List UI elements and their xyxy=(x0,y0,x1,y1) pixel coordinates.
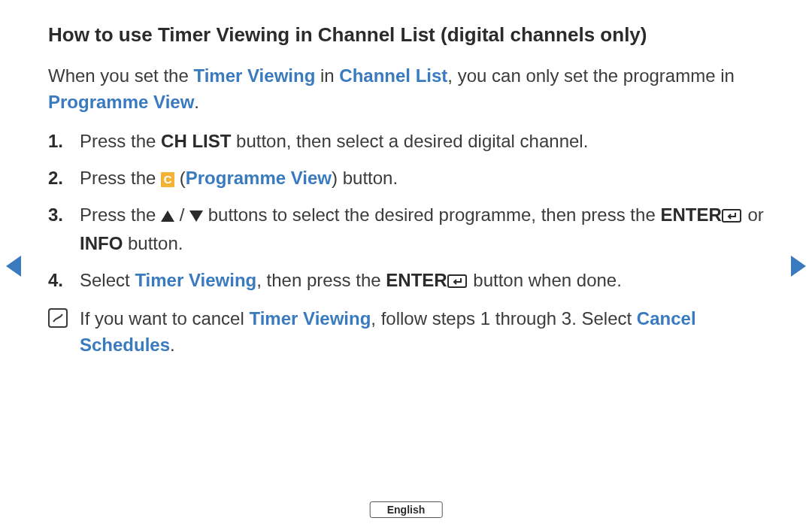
step-marker: 4. xyxy=(48,268,80,296)
note-text: , follow steps 1 through 3. Select xyxy=(371,308,637,329)
down-arrow-icon xyxy=(189,210,203,222)
step-text: or xyxy=(743,204,764,225)
step-marker: 1. xyxy=(48,129,80,155)
timer-viewing-term: Timer Viewing xyxy=(249,308,371,329)
step-2: 2. Press the C (Programme View) button. xyxy=(48,165,764,192)
step-text: Select xyxy=(80,270,135,290)
step-1: 1. Press the CH LIST button, then select… xyxy=(48,129,764,155)
intro-text: When you set the xyxy=(48,65,193,86)
step-text: buttons to select the desired programme,… xyxy=(203,204,660,225)
ch-list-button-label: CH LIST xyxy=(161,131,231,151)
step-marker: 3. xyxy=(48,202,80,257)
step-text: / xyxy=(174,204,189,225)
step-text: ) button. xyxy=(332,168,398,188)
programme-view-term: Programme View xyxy=(48,92,194,112)
up-arrow-icon xyxy=(161,210,174,222)
language-badge: English xyxy=(370,501,443,518)
step-4: 4. Select Timer Viewing, then press the … xyxy=(48,268,764,296)
step-text: Press the xyxy=(80,168,161,188)
previous-page-arrow[interactable] xyxy=(6,256,21,277)
enter-button-label: ENTER xyxy=(386,270,447,290)
note-row: If you want to cancel Timer Viewing, fol… xyxy=(48,306,764,359)
content-area: How to use Timer Viewing in Channel List… xyxy=(0,0,812,359)
page-title: How to use Timer Viewing in Channel List… xyxy=(48,23,764,48)
step-text: button. xyxy=(123,233,183,253)
intro-text: . xyxy=(194,92,199,112)
step-text: button when done. xyxy=(468,270,622,290)
info-button-label: INFO xyxy=(80,233,123,253)
note-icon xyxy=(48,308,68,328)
enter-icon xyxy=(722,204,743,231)
step-text: Press the xyxy=(80,204,161,225)
programme-view-term: Programme View xyxy=(186,168,332,188)
enter-button-label: ENTER xyxy=(660,204,721,225)
step-text: button, then select a desired digital ch… xyxy=(231,131,588,151)
intro-text: , you can only set the programme in xyxy=(447,65,735,86)
note-text: . xyxy=(170,335,175,355)
step-3: 3. Press the / buttons to select the des… xyxy=(48,202,764,257)
intro-text: in xyxy=(315,65,339,86)
step-marker: 2. xyxy=(48,165,80,192)
step-text: Press the xyxy=(80,131,161,151)
timer-viewing-term: Timer Viewing xyxy=(135,270,256,290)
c-button-icon: C xyxy=(161,172,174,187)
next-page-arrow[interactable] xyxy=(791,256,806,277)
channel-list-term: Channel List xyxy=(339,65,447,86)
step-text: ( xyxy=(174,168,186,188)
timer-viewing-term: Timer Viewing xyxy=(193,65,315,86)
enter-icon xyxy=(447,270,468,296)
intro-paragraph: When you set the Timer Viewing in Channe… xyxy=(48,63,764,116)
note-text: If you want to cancel xyxy=(80,308,249,329)
step-text: , then press the xyxy=(256,270,386,290)
steps-list: 1. Press the CH LIST button, then select… xyxy=(48,129,764,295)
